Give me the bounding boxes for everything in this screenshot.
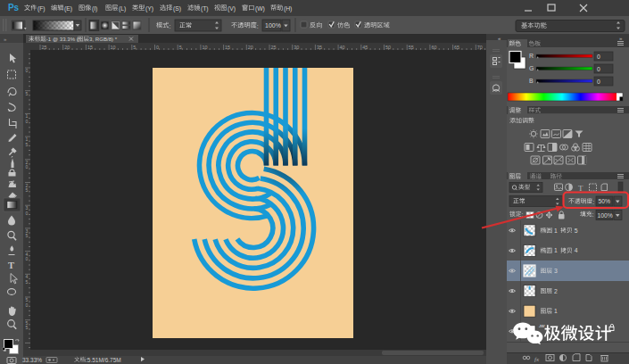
svg-text:15: 15 (225, 45, 230, 50)
svg-text:R: R (529, 53, 534, 59)
svg-text:0: 0 (26, 211, 29, 216)
svg-text:100%: 100% (265, 22, 281, 29)
svg-text::: : (592, 211, 594, 218)
svg-text:70: 70 (477, 45, 483, 50)
svg-text:0: 0 (156, 45, 159, 50)
svg-text:4: 4 (575, 247, 578, 253)
svg-text::: : (592, 199, 594, 205)
svg-text:3: 3 (554, 268, 558, 274)
svg-text:0: 0 (597, 79, 600, 85)
svg-text::: : (169, 23, 170, 29)
svg-text:B: B (529, 78, 534, 84)
svg-text:25: 25 (42, 45, 47, 50)
svg-text:(I): (I) (92, 5, 97, 12)
svg-text:0: 0 (26, 256, 29, 261)
svg-text:5: 5 (26, 325, 29, 330)
svg-text:5: 5 (133, 45, 136, 50)
svg-text:1: 1 (554, 228, 558, 234)
svg-text:25: 25 (271, 45, 277, 50)
svg-text:(T): (T) (201, 5, 209, 12)
svg-text:(L): (L) (119, 5, 126, 12)
svg-text:45: 45 (362, 45, 368, 50)
svg-text:40: 40 (340, 45, 345, 50)
svg-text:0: 0 (26, 302, 29, 308)
svg-text:5: 5 (26, 142, 29, 147)
svg-text:0: 0 (597, 54, 600, 60)
svg-text:1: 1 (554, 308, 558, 314)
svg-text:(E): (E) (64, 5, 72, 12)
svg-text:-1 @ 33.3% (: -1 @ 33.3% ( (46, 36, 79, 42)
svg-text:1: 1 (554, 247, 558, 253)
svg-text:5: 5 (179, 45, 182, 50)
svg-text:60: 60 (431, 45, 436, 50)
svg-text:0: 0 (26, 164, 29, 170)
svg-text:3, RGB/8) *: 3, RGB/8) * (89, 36, 118, 42)
svg-text:(Y): (Y) (145, 5, 153, 12)
svg-text:5: 5 (575, 228, 578, 234)
svg-text::: : (257, 23, 259, 29)
svg-text:20: 20 (248, 45, 253, 50)
svg-text:G: G (529, 65, 534, 71)
svg-text:0: 0 (597, 66, 600, 72)
svg-text:0: 0 (26, 68, 29, 73)
svg-text:»: » (619, 36, 623, 41)
svg-text:»: » (4, 37, 7, 42)
svg-text:(F): (F) (37, 5, 46, 12)
svg-text:50: 50 (385, 45, 391, 50)
svg-text:T: T (8, 261, 14, 270)
svg-text:5: 5 (26, 233, 29, 238)
svg-text:10: 10 (202, 45, 207, 50)
svg-text:20: 20 (64, 45, 70, 50)
svg-text:«: « (498, 36, 501, 41)
svg-text:5: 5 (26, 91, 29, 96)
svg-text:fx: fx (534, 356, 540, 363)
svg-text:(W): (W) (255, 5, 265, 12)
svg-text:33.33%: 33.33% (22, 357, 42, 363)
svg-text:15: 15 (87, 45, 93, 50)
svg-text:10: 10 (111, 45, 116, 50)
svg-text:5: 5 (26, 279, 29, 285)
svg-text:30: 30 (294, 45, 299, 50)
svg-text::5.51M/6.75M: :5.51M/6.75M (86, 357, 121, 363)
svg-text:JW: JW (538, 324, 545, 328)
svg-text:(V): (V) (228, 5, 236, 12)
svg-text:65: 65 (454, 45, 459, 50)
svg-text:0: 0 (26, 119, 29, 124)
svg-text:(S): (S) (173, 5, 181, 12)
svg-text:55: 55 (409, 45, 414, 50)
svg-text:(H): (H) (284, 5, 292, 12)
svg-text:100%: 100% (598, 212, 613, 219)
svg-text:35: 35 (317, 45, 322, 50)
svg-text:2: 2 (554, 288, 558, 294)
svg-text:50%: 50% (599, 198, 611, 204)
svg-text:T: T (578, 184, 583, 193)
svg-text:5: 5 (26, 187, 29, 193)
